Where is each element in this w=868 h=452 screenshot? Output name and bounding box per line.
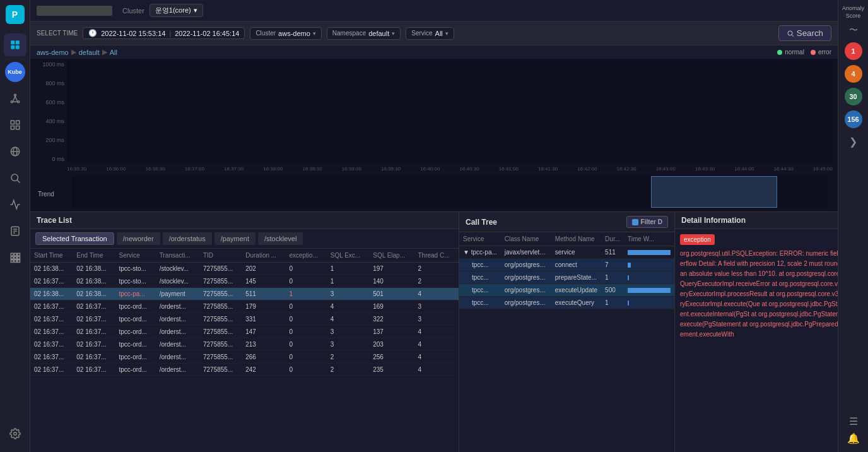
notification-icon[interactable]: 🔔	[847, 432, 860, 444]
ct-col-method: Method Name	[551, 232, 601, 246]
time-range[interactable]: 🕐 2022-11-02 15:53:14 | 2022-11-02 16:45…	[83, 27, 245, 39]
header-bar: Cluster 운영1(core) ▾	[30, 0, 838, 21]
filter-button[interactable]: Filter D	[626, 216, 668, 228]
svg-rect-30	[14, 260, 16, 263]
bottom-panels: Trace List Selected Transaction /neworde…	[30, 211, 838, 452]
namespace-dropdown[interactable]: Namespace default ▾	[327, 27, 401, 40]
anomaly-badge-1[interactable]: 1	[845, 42, 862, 60]
calltree-row[interactable]: tpcc... org/postgresql/jdbc/P... prepare…	[459, 271, 674, 284]
sidebar-item-reports[interactable]	[4, 220, 26, 242]
calltree-row[interactable]: tpcc... org/postgresql/jdbc/P... execute…	[459, 284, 674, 297]
cluster-dropdown[interactable]: Cluster aws-demo ▾	[250, 27, 321, 40]
chart-xaxis: 16:35:30 16:36:00 16:36:30 16:37:00 16:3…	[67, 162, 833, 175]
col-service: Service	[115, 249, 156, 263]
col-sql-exc: SQL Exc...	[327, 249, 369, 263]
sidebar-item-search[interactable]	[4, 167, 26, 189]
main-chart[interactable]: 1000 ms 800 ms 600 ms 400 ms 200 ms 0 ms…	[35, 61, 833, 175]
legend-normal-dot	[777, 50, 782, 55]
sidebar-item-analytics[interactable]	[4, 193, 26, 216]
col-end-time: End Time	[73, 249, 115, 263]
svg-rect-28	[17, 257, 20, 259]
sidebar-item-grid[interactable]	[4, 246, 26, 269]
exception-badge: exception	[680, 234, 838, 249]
svg-rect-26	[11, 257, 13, 259]
trace-list-title: Trace List	[37, 216, 72, 225]
chart-body[interactable]	[67, 61, 833, 162]
legend-error: error	[811, 49, 831, 56]
toolbar: SELECT TIME 🕐 2022-11-02 15:53:14 | 2022…	[30, 21, 838, 45]
calltree-table[interactable]: Service Class Name Method Name Dur... Ti…	[459, 232, 674, 452]
app-logo[interactable]: P	[6, 5, 25, 24]
error-text: org.postgresql.util.PSQLException: ERROR…	[680, 249, 838, 340]
tab-orderstatus[interactable]: /orderstatus	[163, 232, 212, 245]
sidebar-item-dashboard[interactable]	[4, 114, 26, 136]
trend-selection[interactable]	[651, 176, 777, 208]
svg-rect-25	[17, 253, 20, 256]
svg-line-8	[15, 96, 17, 101]
svg-rect-10	[11, 121, 14, 124]
trace-tabs: Selected Transaction /neworder /ordersta…	[30, 229, 459, 249]
breadcrumb-default[interactable]: default	[79, 49, 100, 56]
svg-point-33	[788, 31, 792, 35]
trace-table[interactable]: Start Time End Time Service Transacti...…	[30, 249, 459, 452]
main-content: Cluster 운영1(core) ▾ SELECT TIME 🕐 2022-1…	[30, 0, 838, 452]
table-row[interactable]: 02 16:38... 02 16:38... tpcc-pa... /paym…	[30, 288, 459, 300]
chart-yaxis: 1000 ms 800 ms 600 ms 400 ms 200 ms 0 ms	[35, 61, 67, 162]
select-time-label: SELECT TIME	[37, 30, 78, 37]
chart-legend: normal error	[777, 49, 831, 56]
col-start-time: Start Time	[30, 249, 73, 263]
table-row[interactable]: 02 16:37... 02 16:38... tpcc-sto... /sto…	[30, 275, 459, 288]
time-start: 2022-11-02 15:53:14	[101, 30, 165, 37]
calltree-title: Call Tree	[466, 218, 497, 227]
col-sql-elap: SQL Elap...	[369, 249, 414, 263]
right-panel-collapse[interactable]: ❯	[849, 136, 857, 148]
svg-rect-11	[16, 121, 19, 124]
anomaly-badge-30[interactable]: 30	[845, 88, 862, 105]
anomaly-badge-156[interactable]: 156	[845, 110, 862, 128]
col-duration: Duration ...	[242, 249, 285, 263]
legend-normal: normal	[777, 49, 804, 56]
table-row[interactable]: 02 16:37... 02 16:37... tpcc-ord... /ord…	[30, 364, 459, 376]
sidebar-item-home[interactable]	[4, 33, 26, 56]
trend-chart[interactable]	[72, 176, 828, 208]
svg-rect-2	[11, 45, 15, 49]
svg-rect-29	[11, 260, 13, 263]
anomaly-panel: AnomalyScore 〜 1 4 30 156 ❯ ☰ 🔔	[838, 0, 868, 452]
cluster-selector[interactable]: 운영1(core) ▾	[150, 4, 203, 17]
sidebar-item-topology[interactable]	[4, 87, 26, 110]
table-row[interactable]: 02 16:37... 02 16:37... tpcc-ord... /ord…	[30, 351, 459, 364]
anomaly-badge-4[interactable]: 4	[845, 65, 862, 83]
menu-icon[interactable]: ☰	[849, 415, 858, 427]
table-row[interactable]: 02 16:37... 02 16:37... tpcc-ord... /ord…	[30, 338, 459, 351]
breadcrumb-aws-demo[interactable]: aws-demo	[37, 49, 69, 56]
service-dropdown[interactable]: Service All ▾	[406, 27, 454, 40]
ct-col-timew: Time W...	[624, 232, 674, 246]
tab-selected-transaction[interactable]: Selected Transaction	[35, 232, 114, 245]
sidebar-item-kube[interactable]: Kube	[4, 61, 26, 83]
detail-content[interactable]: exception org.postgresql.util.PSQLExcept…	[675, 229, 838, 452]
time-divider: |	[169, 30, 171, 37]
svg-line-34	[792, 35, 794, 37]
cluster-label: Cluster	[122, 7, 144, 15]
sidebar-item-globe[interactable]	[4, 140, 26, 163]
calltree-row[interactable]: ▼ tpcc-pa... javax/servlet/http/Htt... s…	[459, 246, 674, 259]
search-button[interactable]: Search	[778, 25, 831, 41]
svg-rect-3	[15, 45, 19, 49]
calltree-panel: Call Tree Filter D Service Class Name Me…	[459, 212, 675, 452]
anomaly-wave-icon: 〜	[849, 25, 858, 36]
table-row[interactable]: 02 16:38... 02 16:38... tpcc-sto... /sto…	[30, 263, 459, 275]
calltree-row[interactable]: tpcc... org/postgresql/Driver connect 7	[459, 259, 674, 271]
tab-neworder[interactable]: /neworder	[117, 232, 160, 245]
calltree-row[interactable]: tpcc... org/postgresql/jdbc/P... execute…	[459, 297, 674, 309]
breadcrumb-all[interactable]: All	[110, 49, 117, 56]
sidebar-item-settings[interactable]	[4, 422, 26, 445]
table-row[interactable]: 02 16:37... 02 16:37... tpcc-ord... /ord…	[30, 300, 459, 313]
calltree-header: Call Tree Filter D	[459, 212, 674, 232]
tab-payment[interactable]: /payment	[214, 232, 255, 245]
trace-panel: Trace List Selected Transaction /neworde…	[30, 212, 459, 452]
ct-col-duration: Dur...	[601, 232, 624, 246]
table-row[interactable]: 02 16:37... 02 16:37... tpcc-ord... /ord…	[30, 313, 459, 326]
table-row[interactable]: 02 16:37... 02 16:37... tpcc-ord... /ord…	[30, 326, 459, 338]
svg-rect-23	[11, 253, 13, 256]
tab-stocklevel[interactable]: /stocklevel	[258, 232, 303, 245]
